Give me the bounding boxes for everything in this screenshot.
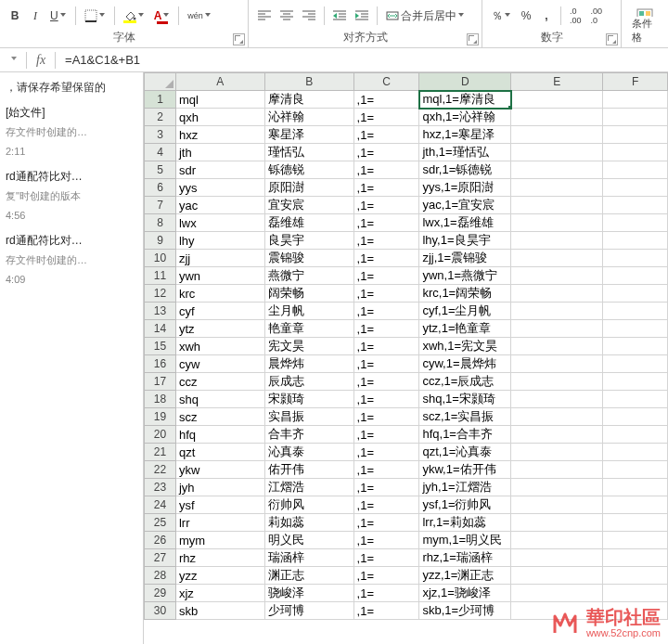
cell-F1[interactable] (603, 91, 668, 109)
cell-F28[interactable] (603, 567, 668, 585)
cell-A30[interactable]: skb (175, 602, 264, 620)
cell-B3[interactable]: 寒星泽 (264, 126, 353, 144)
pane-item[interactable]: rd通配符比对… (0, 167, 139, 187)
cell-B29[interactable]: 骁峻泽 (264, 585, 353, 602)
cell-A11[interactable]: ywn (175, 267, 264, 285)
cell-D2[interactable]: qxh,1=沁祥翰 (419, 109, 511, 126)
cell-F9[interactable] (603, 232, 668, 250)
cell-F11[interactable] (603, 267, 668, 285)
indent-increase-button[interactable] (352, 6, 372, 26)
cell-E2[interactable] (511, 109, 603, 126)
cell-E4[interactable] (511, 144, 603, 161)
cell-F8[interactable] (603, 214, 668, 232)
cell-A17[interactable]: ccz (175, 373, 264, 391)
row-header-10[interactable]: 10 (145, 250, 176, 267)
cell-F14[interactable] (603, 320, 668, 338)
cell-D28[interactable]: yzz,1=渊正志 (419, 567, 511, 585)
cell-C23[interactable]: ,1= (353, 479, 419, 496)
row-header-27[interactable]: 27 (145, 549, 176, 567)
cell-E28[interactable] (511, 567, 603, 585)
cell-F24[interactable] (603, 496, 668, 514)
cell-A12[interactable]: krc (175, 285, 264, 303)
cell-D8[interactable]: lwx,1=磊维雄 (419, 214, 511, 232)
cell-F25[interactable] (603, 514, 668, 532)
cell-A16[interactable]: cyw (175, 355, 264, 373)
row-header-26[interactable]: 26 (145, 532, 176, 549)
row-header-11[interactable]: 11 (145, 267, 176, 285)
cell-E16[interactable] (511, 355, 603, 373)
row-header-19[interactable]: 19 (145, 408, 176, 426)
row-header-15[interactable]: 15 (145, 338, 176, 355)
cell-B4[interactable]: 瑾恬弘 (264, 144, 353, 161)
cell-A7[interactable]: yac (175, 197, 264, 214)
cell-A4[interactable]: jth (175, 144, 264, 161)
row-header-12[interactable]: 12 (145, 285, 176, 303)
cell-B17[interactable]: 辰成志 (264, 373, 353, 391)
cell-D5[interactable]: sdr,1=铄德锐 (419, 161, 511, 179)
cell-D9[interactable]: lhy,1=良昊宇 (419, 232, 511, 250)
cell-B16[interactable]: 晨烨炜 (264, 355, 353, 373)
cell-C21[interactable]: ,1= (353, 444, 419, 461)
cell-B1[interactable]: 摩清良 (264, 91, 353, 109)
bold-button[interactable]: B (6, 6, 24, 26)
cell-E10[interactable] (511, 250, 603, 267)
cell-A21[interactable]: qzt (175, 444, 264, 461)
cell-C14[interactable]: ,1= (353, 320, 419, 338)
cell-F20[interactable] (603, 426, 668, 444)
cell-D21[interactable]: qzt,1=沁真泰 (419, 444, 511, 461)
cell-F10[interactable] (603, 250, 668, 267)
row-header-30[interactable]: 30 (145, 602, 176, 620)
cell-A29[interactable]: xjz (175, 585, 264, 602)
cell-E23[interactable] (511, 479, 603, 496)
fill-color-button[interactable] (120, 6, 148, 26)
cell-A28[interactable]: yzz (175, 567, 264, 585)
phonetic-button[interactable]: wén (184, 6, 215, 26)
cell-E9[interactable] (511, 232, 603, 250)
cell-F3[interactable] (603, 126, 668, 144)
cell-C3[interactable]: ,1= (353, 126, 419, 144)
cell-D27[interactable]: rhz,1=瑞涵梓 (419, 549, 511, 567)
cell-F5[interactable] (603, 161, 668, 179)
cell-C4[interactable]: ,1= (353, 144, 419, 161)
cell-B22[interactable]: 佑开伟 (264, 461, 353, 479)
row-header-23[interactable]: 23 (145, 479, 176, 496)
cell-F30[interactable] (603, 602, 668, 620)
cell-D23[interactable]: jyh,1=江熠浩 (419, 479, 511, 496)
cell-E21[interactable] (511, 444, 603, 461)
cell-D1[interactable]: mql,1=摩清良 (419, 91, 511, 109)
cell-B21[interactable]: 沁真泰 (264, 444, 353, 461)
cell-B27[interactable]: 瑞涵梓 (264, 549, 353, 567)
indent-decrease-button[interactable] (329, 6, 350, 26)
cell-B26[interactable]: 明义民 (264, 532, 353, 549)
cell-F2[interactable] (603, 109, 668, 126)
cell-C2[interactable]: ,1= (353, 109, 419, 126)
spreadsheet[interactable]: ABCDEF1mql摩清良,1=mql,1=摩清良2qxh沁祥翰,1=qxh,1… (144, 72, 668, 644)
comma-button[interactable]: , (537, 6, 556, 26)
cell-B13[interactable]: 尘月帆 (264, 303, 353, 320)
cell-C20[interactable]: ,1= (353, 426, 419, 444)
cell-C27[interactable]: ,1= (353, 549, 419, 567)
cell-C13[interactable]: ,1= (353, 303, 419, 320)
cell-D29[interactable]: xjz,1=骁峻泽 (419, 585, 511, 602)
cell-C9[interactable]: ,1= (353, 232, 419, 250)
cell-A6[interactable]: yys (175, 179, 264, 197)
number-dialog-launcher[interactable] (606, 33, 618, 45)
cell-D3[interactable]: hxz,1=寒星泽 (419, 126, 511, 144)
row-header-17[interactable]: 17 (145, 373, 176, 391)
row-header-21[interactable]: 21 (145, 444, 176, 461)
cell-F17[interactable] (603, 373, 668, 391)
cell-F6[interactable] (603, 179, 668, 197)
cell-A20[interactable]: hfq (175, 426, 264, 444)
cell-C11[interactable]: ,1= (353, 267, 419, 285)
cell-D11[interactable]: ywn,1=燕微宁 (419, 267, 511, 285)
cell-C17[interactable]: ,1= (353, 373, 419, 391)
cell-F7[interactable] (603, 197, 668, 214)
row-header-3[interactable]: 3 (145, 126, 176, 144)
row-header-7[interactable]: 7 (145, 197, 176, 214)
cell-B6[interactable]: 原阳澍 (264, 179, 353, 197)
cell-C24[interactable]: ,1= (353, 496, 419, 514)
cell-B30[interactable]: 少珂博 (264, 602, 353, 620)
cell-E7[interactable] (511, 197, 603, 214)
cell-D17[interactable]: ccz,1=辰成志 (419, 373, 511, 391)
cell-D18[interactable]: shq,1=宋颢琦 (419, 391, 511, 408)
